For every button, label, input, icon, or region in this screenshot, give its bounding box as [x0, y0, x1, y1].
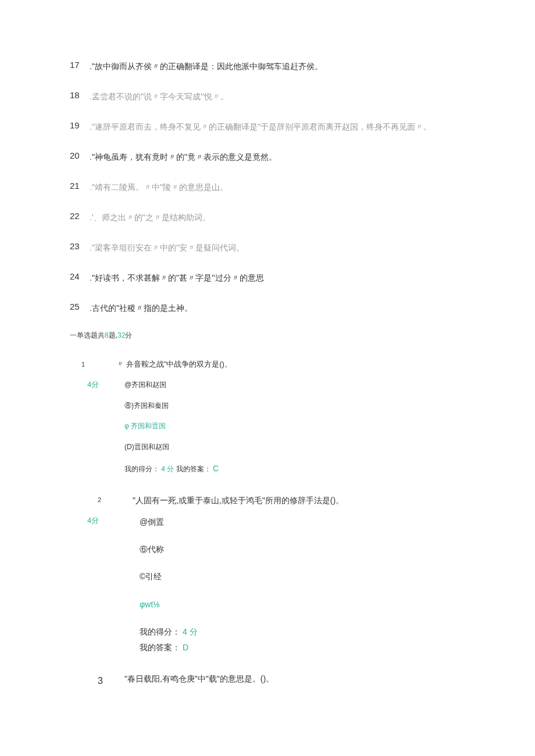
- mc-question: 1 〃 弁音鞍之战"中战争的双方是()。 4分 @齐国和赵国 ⑧)齐国和秦国 φ…: [70, 359, 465, 476]
- result-ans: C: [213, 464, 219, 473]
- mc-opts: @倒置 ⑥代称 ©引经 φwt⅛ 我的得分： 4 分 我的答案： D: [140, 515, 198, 655]
- mc-score: 4分: [87, 379, 124, 391]
- section-suffix: 分: [125, 331, 132, 339]
- section-count: 8: [105, 331, 109, 339]
- tf-text: .'、师之出〃的''之〃是结构助词。: [90, 209, 211, 225]
- mc-qnum: 1: [81, 359, 116, 370]
- result-ans-label: 我的答案：: [176, 465, 211, 473]
- tf-list: 17 ."故中御而从齐侯〃的正确翻译是：因此他派中御驾车追赶齐侯。 18 .孟尝…: [70, 58, 465, 316]
- mc-option[interactable]: @齐国和赵国: [124, 379, 219, 392]
- tf-num: 21: [70, 179, 90, 193]
- tf-num: 18: [70, 88, 90, 102]
- tf-text: .古代的''社稷〃指的是土神。: [90, 300, 192, 316]
- section-header: 一单选题共8题,32分: [70, 330, 465, 341]
- mc-opts: @齐国和赵国 ⑧)齐国和秦国 φ 齐国和晋国 (D)晋国和赵国 我的得分： 4 …: [124, 379, 219, 476]
- tf-text: ."好读书，不求甚解〃的''甚〃字是''过分〃的意思: [90, 270, 264, 286]
- result-score: 4 分: [183, 627, 198, 636]
- mc-qrow: 1 〃 弁音鞍之战"中战争的双方是()。: [81, 359, 465, 371]
- tf-text: .孟尝君不说的''说〃字今天写成''悦〃。: [90, 88, 229, 105]
- tf-num: 25: [70, 300, 90, 314]
- result-score-label: 我的得分：: [124, 465, 159, 473]
- result-ans: D: [183, 643, 188, 652]
- mc-body: 4分 @倒置 ⑥代称 ©引经 φwt⅛ 我的得分： 4 分 我的答案： D: [70, 515, 465, 655]
- tf-item: 17 ."故中御而从齐侯〃的正确翻译是：因此他派中御驾车追赶齐侯。: [70, 58, 465, 74]
- mc-question: 2 "人固有一死,或重于泰山,或轻于鸿毛"所用的修辞手法是()。 4分 @倒置 …: [70, 494, 465, 655]
- section-mid-b: 题,: [109, 331, 117, 339]
- mc-qrow: 3 "春日载阳,有鸣仓庚"中"载"的意思是。()。: [98, 672, 465, 689]
- tf-text: ."遂辞平原君而去，终身不复见〃的正确翻译是''于是辞别平原君而离开赵国，终身不…: [90, 119, 431, 135]
- section-mid-a: 共: [98, 331, 105, 339]
- tf-item: 25 .古代的''社稷〃指的是土神。: [70, 300, 465, 316]
- mc-option[interactable]: φ 齐国和晋国: [124, 420, 219, 433]
- mc-option[interactable]: ⑧)齐国和秦国: [124, 400, 219, 413]
- result-score-label: 我的得分：: [140, 627, 180, 636]
- result-ans-label: 我的答案：: [140, 643, 180, 652]
- mc-qtext: "人固有一死,或重于泰山,或轻于鸿毛"所用的修辞手法是()。: [133, 494, 344, 507]
- mc-option[interactable]: ©引经: [140, 569, 198, 584]
- tf-item: 24 ."好读书，不求甚解〃的''甚〃字是''过分〃的意思: [70, 270, 465, 286]
- tf-item: 19 ."遂辞平原君而去，终身不复见〃的正确翻译是''于是辞别平原君而离开赵国，…: [70, 119, 465, 135]
- mc-qtext: "春日载阳,有鸣仓庚"中"载"的意思是。()。: [124, 672, 274, 685]
- tf-num: 19: [70, 119, 90, 132]
- mc-qrow: 2 "人固有一死,或重于泰山,或轻于鸿毛"所用的修辞手法是()。: [98, 494, 465, 507]
- tf-item: 21 ."靖有二陵焉。〃中''陵〃的意思是山。: [70, 179, 465, 195]
- mc-score: 4分: [87, 515, 140, 527]
- mc-option[interactable]: @倒置: [140, 515, 198, 529]
- tf-item: 18 .孟尝君不说的''说〃字今天写成''悦〃。: [70, 88, 465, 105]
- mc-result-ans: 我的答案： D: [140, 640, 198, 655]
- tf-num: 17: [70, 58, 90, 72]
- tf-num: 24: [70, 270, 90, 284]
- mc-body: 4分 @齐国和赵国 ⑧)齐国和秦国 φ 齐国和晋国 (D)晋国和赵国 我的得分：…: [70, 379, 465, 476]
- tf-item: 23 ."梁客辛垣衍安在〃中的''安〃是疑问代词。: [70, 239, 465, 256]
- tf-item: 20 ."神龟虽寿，犹有竟时〃的''竟〃表示的意义是竟然。: [70, 149, 465, 165]
- tf-num: 22: [70, 209, 90, 223]
- tf-text: ."神龟虽寿，犹有竟时〃的''竟〃表示的意义是竟然。: [90, 149, 277, 165]
- mc-option[interactable]: ⑥代称: [140, 542, 198, 557]
- mc-qnum: 2: [98, 494, 133, 506]
- section-points: 32: [117, 331, 125, 339]
- tf-num: 23: [70, 239, 90, 253]
- tf-text: ."梁客辛垣衍安在〃中的''安〃是疑问代词。: [90, 239, 244, 256]
- mc-result: 我的得分： 4 分 我的答案： C: [124, 461, 219, 476]
- tf-text: ."靖有二陵焉。〃中''陵〃的意思是山。: [90, 179, 228, 195]
- mc-result: 我的得分： 4 分: [140, 625, 198, 639]
- result-score: 4 分: [161, 465, 174, 473]
- mc-qtext: 〃 弁音鞍之战"中战争的双方是()。: [116, 359, 232, 371]
- tf-text: ."故中御而从齐侯〃的正确翻译是：因此他派中御驾车追赶齐侯。: [90, 58, 323, 74]
- mc-qnum: 3: [98, 672, 124, 689]
- mc-question: 3 "春日载阳,有鸣仓庚"中"载"的意思是。()。: [70, 672, 465, 689]
- tf-num: 20: [70, 149, 90, 163]
- tf-item: 22 .'、师之出〃的''之〃是结构助词。: [70, 209, 465, 225]
- section-prefix: 一单选题: [70, 331, 98, 339]
- mc-option[interactable]: (D)晋国和赵国: [124, 441, 219, 454]
- mc-option[interactable]: φwt⅛: [140, 597, 198, 612]
